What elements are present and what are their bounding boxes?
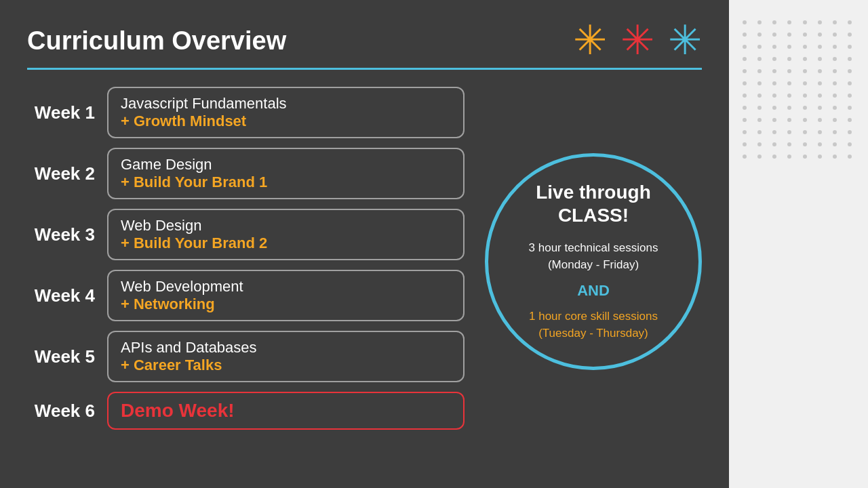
dot	[743, 142, 747, 146]
dot	[848, 69, 852, 73]
dot	[787, 155, 791, 159]
dot	[787, 142, 791, 146]
week-6-demo: Demo Week!	[121, 400, 451, 422]
dot	[772, 69, 776, 73]
dot	[818, 130, 822, 134]
dot	[743, 155, 747, 159]
dot	[743, 106, 747, 110]
dot	[803, 142, 807, 146]
dot	[787, 81, 791, 85]
dot	[757, 155, 762, 159]
dot	[848, 155, 852, 159]
week-5-box: APIs and Databases + Career Talks	[107, 331, 465, 382]
main-panel: Curriculum Overview ✳ ✳ ✳ Week 1 Javascr…	[0, 0, 729, 488]
content-area: Week 1 Javascript Fundamentals + Growth …	[27, 87, 702, 430]
week-4-sub: + Networking	[121, 296, 451, 313]
week-2-label: Week 2	[27, 163, 95, 184]
dot	[818, 20, 822, 24]
week-1-sub: + Growth Mindset	[121, 113, 451, 130]
stars-group: ✳ ✳ ✳	[573, 20, 702, 61]
dot	[833, 106, 837, 110]
dot	[803, 118, 807, 122]
week-4-row: Week 4 Web Development + Networking	[27, 270, 465, 321]
dot	[743, 20, 747, 24]
header-divider	[27, 68, 702, 70]
dot	[787, 69, 791, 73]
dot	[772, 20, 776, 24]
dot	[848, 118, 852, 122]
dot	[848, 20, 852, 24]
dot	[803, 33, 807, 37]
live-line2: CLASS!	[558, 205, 629, 226]
dot	[757, 118, 762, 122]
star-blue-icon: ✳	[668, 20, 702, 61]
week-5-main: APIs and Databases	[121, 339, 451, 357]
dot	[833, 33, 837, 37]
core-text: 1 hour core skill sessions(Tuesday - Thu…	[529, 308, 658, 342]
dot	[772, 130, 776, 134]
week-6-row: Week 6 Demo Week!	[27, 392, 465, 430]
dot	[818, 106, 822, 110]
dot	[757, 130, 762, 134]
dot	[818, 81, 822, 85]
dot	[848, 94, 852, 98]
live-text: Live through CLASS!	[536, 181, 651, 226]
dot	[803, 69, 807, 73]
dot	[803, 57, 807, 61]
week-5-row: Week 5 APIs and Databases + Career Talks	[27, 331, 465, 382]
sidebar-dots	[729, 7, 868, 172]
dot	[772, 142, 776, 146]
dot	[772, 33, 776, 37]
dot	[743, 45, 747, 49]
week-3-box: Web Design + Build Your Brand 2	[107, 209, 465, 260]
week-4-label: Week 4	[27, 285, 95, 306]
week-3-main: Web Design	[121, 217, 451, 235]
week-1-box: Javascript Fundamentals + Growth Mindset	[107, 87, 465, 138]
dot	[818, 57, 822, 61]
dot	[757, 69, 762, 73]
dot	[803, 130, 807, 134]
dot	[848, 57, 852, 61]
dot	[833, 118, 837, 122]
week-3-row: Week 3 Web Design + Build Your Brand 2	[27, 209, 465, 260]
dot	[833, 155, 837, 159]
dot	[772, 118, 776, 122]
dot	[848, 33, 852, 37]
dot	[757, 57, 762, 61]
dot	[787, 130, 791, 134]
week-6-box: Demo Week!	[107, 392, 465, 430]
live-line1: Live through	[536, 182, 651, 203]
dot	[772, 57, 776, 61]
dot	[818, 69, 822, 73]
dot	[743, 94, 747, 98]
week-3-label: Week 3	[27, 224, 95, 245]
week-5-label: Week 5	[27, 346, 95, 367]
dot	[772, 45, 776, 49]
dot	[803, 106, 807, 110]
dot	[743, 69, 747, 73]
dot	[833, 94, 837, 98]
page-title: Curriculum Overview	[27, 26, 286, 56]
dot	[833, 130, 837, 134]
dot	[818, 142, 822, 146]
dot	[803, 94, 807, 98]
dot	[833, 57, 837, 61]
dot	[787, 45, 791, 49]
week-1-main: Javascript Fundamentals	[121, 95, 451, 113]
dot	[787, 20, 791, 24]
dot	[772, 155, 776, 159]
dot	[757, 33, 762, 37]
dot	[772, 81, 776, 85]
week-5-sub: + Career Talks	[121, 357, 451, 374]
dot	[848, 142, 852, 146]
dot	[818, 94, 822, 98]
dot	[833, 69, 837, 73]
dot	[757, 20, 762, 24]
dot	[743, 130, 747, 134]
header: Curriculum Overview ✳ ✳ ✳	[27, 20, 702, 61]
dot	[803, 155, 807, 159]
sidebar	[729, 0, 868, 488]
dot	[772, 94, 776, 98]
circle-info: Live through CLASS! 3 hour technical ses…	[485, 153, 702, 370]
dot	[757, 45, 762, 49]
